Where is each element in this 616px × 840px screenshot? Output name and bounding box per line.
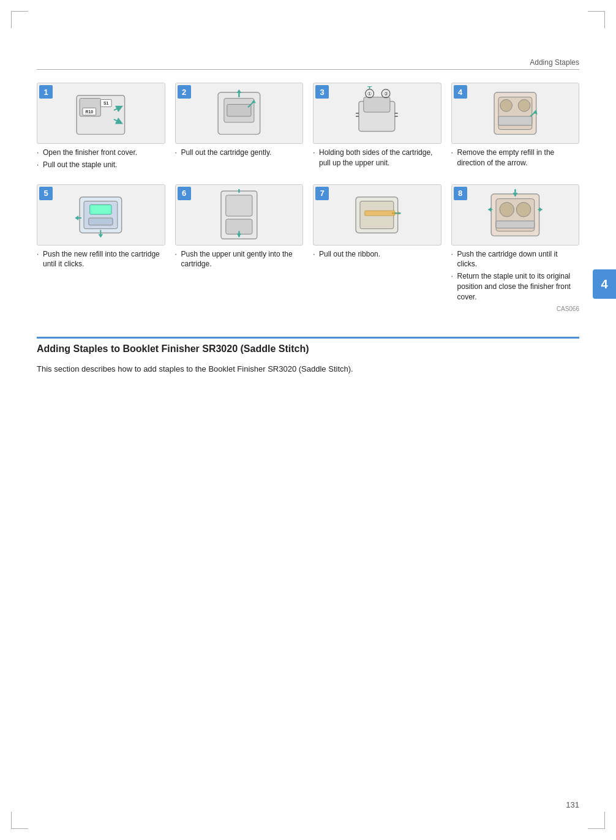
- step-8-number: 8: [454, 187, 467, 200]
- svg-text:S1: S1: [103, 101, 109, 105]
- corner-mark-tr: [588, 11, 605, 28]
- section-title: Adding Staples to Booklet Finisher SR302…: [37, 343, 579, 354]
- svg-rect-40: [365, 211, 395, 216]
- step-2-illustration: [182, 86, 296, 140]
- svg-rect-35: [226, 195, 252, 216]
- step-7-desc-line-1: Pull out the ribbon.: [313, 249, 441, 260]
- step-7-illustration: [320, 188, 434, 242]
- svg-marker-48: [488, 207, 491, 212]
- step-7-desc: Pull out the ribbon.: [313, 249, 441, 261]
- svg-marker-9: [236, 89, 241, 93]
- step-3-desc-line-1: Holding both sides of the cartridge, pul…: [313, 148, 441, 168]
- step-4-number: 4: [454, 85, 467, 99]
- svg-point-45: [516, 202, 531, 217]
- step-8-desc-line-2: Return the staple unit to its original p…: [451, 271, 580, 302]
- step-3-number: 3: [315, 85, 329, 99]
- step-5-desc-line-1: Push the new refill into the cartridge u…: [37, 249, 165, 270]
- chapter-tab: 4: [593, 269, 616, 299]
- step-5: 5 Push the new refill into the cartridge…: [37, 184, 165, 304]
- step-6-desc: Push the upper unit gently into the cart…: [175, 249, 304, 272]
- step-8: 8 Push the cartri: [451, 184, 580, 304]
- step-8-image: 8: [451, 184, 580, 246]
- svg-marker-17: [367, 86, 372, 87]
- svg-text:②: ②: [384, 91, 388, 97]
- step-4-desc: Remove the empty refill in the direction…: [451, 148, 580, 170]
- svg-marker-33: [75, 216, 79, 220]
- step-2-number: 2: [178, 85, 191, 99]
- svg-text:①: ①: [367, 91, 372, 97]
- step-7: 7 Pull out the ribbon.: [313, 184, 441, 304]
- step-6: 6 Push the upper unit gently into the ca…: [175, 184, 304, 304]
- step-8-desc: Push the cartridge down until it clicks.…: [451, 249, 580, 304]
- step-3-desc: Holding both sides of the cartridge, pul…: [313, 148, 441, 170]
- step-1-desc: Open the finisher front cover. Pull out …: [37, 148, 165, 172]
- step-1: 1 S1 R10: [37, 83, 165, 172]
- step-2-image: 2: [175, 83, 304, 144]
- step-6-image: 6: [175, 184, 304, 246]
- step-5-illustration: [43, 188, 158, 242]
- svg-point-24: [500, 99, 513, 111]
- step-7-image: 7: [313, 184, 441, 246]
- svg-point-44: [500, 202, 514, 217]
- svg-marker-32: [99, 234, 103, 238]
- step-5-desc: Push the new refill into the cartridge u…: [37, 249, 165, 272]
- corner-mark-tl: [11, 11, 28, 28]
- step-4-image: 4: [451, 83, 580, 144]
- steps-grid: 1 S1 R10: [37, 83, 579, 304]
- step-4-desc-line-1: Remove the empty refill in the direction…: [451, 148, 580, 168]
- step-3-illustration: ① ②: [320, 86, 434, 140]
- svg-rect-8: [227, 104, 251, 116]
- svg-rect-31: [90, 204, 111, 214]
- step-6-number: 6: [178, 187, 191, 200]
- page-header-title: Adding Staples: [530, 58, 579, 67]
- page-header: Adding Staples: [37, 58, 579, 70]
- svg-rect-46: [496, 220, 535, 228]
- step-2-desc: Pull out the cartridge gently.: [175, 148, 304, 160]
- step-2-desc-line-1: Pull out the cartridge gently.: [175, 148, 304, 158]
- svg-point-25: [518, 99, 530, 111]
- svg-marker-49: [539, 207, 542, 212]
- svg-rect-30: [89, 217, 113, 225]
- step-6-illustration: [182, 188, 296, 242]
- step-4-illustration: [458, 86, 573, 140]
- step-4: 4 Remove the empty refill in the directi…: [451, 83, 580, 172]
- step-8-illustration: [458, 188, 573, 242]
- step-8-desc-line-1: Push the cartridge down until it clicks.: [451, 249, 580, 270]
- step-3: 3 ① ②: [313, 83, 441, 172]
- section-body: This section describes how to add staple…: [37, 363, 579, 376]
- step-1-number: 1: [39, 85, 53, 99]
- step-7-number: 7: [315, 187, 329, 200]
- svg-text:R10: R10: [86, 110, 94, 114]
- svg-rect-26: [498, 116, 532, 126]
- page-number: 131: [566, 800, 579, 809]
- step-5-number: 5: [39, 187, 53, 200]
- step-1-illustration: S1 R10: [43, 86, 158, 140]
- step-1-desc-line-1: Open the finisher front cover.: [37, 148, 165, 158]
- step-3-image: 3 ① ②: [313, 83, 441, 144]
- step-1-image: 1 S1 R10: [37, 83, 165, 144]
- main-content: 1 S1 R10: [37, 70, 579, 375]
- svg-rect-12: [364, 97, 390, 112]
- corner-mark-br: [588, 812, 605, 829]
- chapter-number: 4: [601, 277, 607, 291]
- step-2: 2 Pull out the cartridge gently.: [175, 83, 304, 172]
- corner-mark-bl: [11, 812, 28, 829]
- step-5-image: 5: [37, 184, 165, 246]
- cas-label: CAS066: [37, 306, 579, 312]
- step-6-desc-line-1: Push the upper unit gently into the cart…: [175, 249, 304, 270]
- step-1-desc-line-2: Pull out the staple unit.: [37, 160, 165, 170]
- section-divider: [37, 337, 579, 339]
